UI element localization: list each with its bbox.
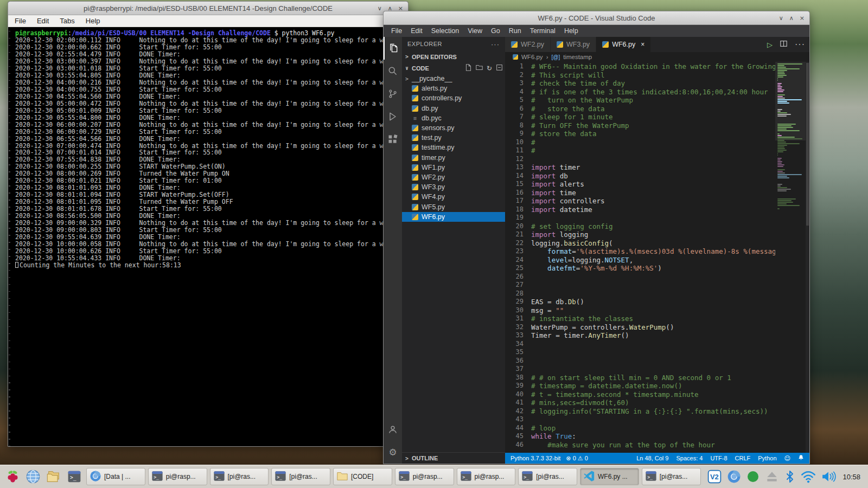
vscode-menu-edit[interactable]: Edit: [406, 27, 427, 35]
bluetooth-tray-icon[interactable]: [784, 470, 795, 483]
vscode-menu-go[interactable]: Go: [487, 27, 505, 35]
line-number: 7: [505, 113, 524, 121]
task-button-terminal[interactable]: >_[pi@ras...: [271, 468, 330, 485]
tab-wf3.py[interactable]: WF3.py: [551, 37, 596, 52]
vscode-shade-button[interactable]: ∨: [779, 15, 783, 22]
code-folder-section[interactable]: ∨ CODE ↻: [402, 62, 505, 74]
status-green-tray-icon[interactable]: [746, 470, 760, 483]
terminal-menu-file[interactable]: File: [15, 17, 26, 25]
file-item-wf3-py[interactable]: WF3.py: [402, 182, 505, 192]
file-name: alerts.py: [422, 85, 447, 92]
collapse-folders-icon[interactable]: [496, 64, 503, 72]
vscode-menu-file[interactable]: File: [387, 27, 406, 35]
file-manager-launcher[interactable]: [44, 467, 63, 486]
file-item-db-py[interactable]: db.py: [402, 104, 505, 113]
volume-tray-icon[interactable]: [821, 470, 837, 483]
wifi-tray-icon[interactable]: [801, 470, 816, 483]
new-folder-icon[interactable]: [476, 64, 483, 72]
tab-close-icon[interactable]: ×: [641, 41, 644, 48]
split-editor-icon[interactable]: [780, 40, 787, 49]
explorer-icon[interactable]: [384, 37, 402, 60]
minimap-slider[interactable]: [775, 62, 806, 140]
chromium-tray-icon[interactable]: [727, 470, 741, 484]
task-button-vscode[interactable]: WF6.py ...: [580, 468, 639, 485]
vscode-menu-help[interactable]: Help: [560, 27, 583, 35]
more-actions-icon[interactable]: ···: [795, 40, 805, 49]
eject-tray-icon[interactable]: [765, 470, 779, 484]
vscode-titlebar[interactable]: WF6.py - CODE - Visual Studio Code ∨∧×: [384, 11, 809, 25]
terminal-launcher[interactable]: >_: [65, 467, 84, 486]
code-editor[interactable]: 1234567891011121314151617181920212223242…: [505, 62, 809, 453]
indentation[interactable]: Spaces: 4: [676, 455, 703, 461]
refresh-icon[interactable]: ↻: [487, 65, 492, 72]
extensions-icon[interactable]: [384, 128, 402, 151]
terminal-menu-help[interactable]: Help: [86, 17, 100, 25]
file-item-wf4-py[interactable]: WF4.py: [402, 192, 505, 202]
terminal-log-line: 2020-12-30 06:00:00.207 INFO Nothing to …: [15, 121, 408, 129]
problems-indicator[interactable]: ⊗ 0 ⚠ 0: [566, 455, 588, 462]
taskbar-clock[interactable]: 10:58: [843, 473, 860, 481]
task-button-terminal[interactable]: >_[pi@ras...: [642, 468, 701, 485]
terminal-menu-edit[interactable]: Edit: [37, 17, 49, 25]
vscode-menu-view[interactable]: View: [463, 27, 487, 35]
file-item-wf5-py[interactable]: WF5.py: [402, 202, 505, 211]
minimap-line: [777, 190, 787, 191]
terminal-menu-tabs[interactable]: Tabs: [60, 17, 74, 25]
terminal-shade-button[interactable]: ∨: [378, 5, 382, 12]
file-item-controllers-py[interactable]: controllers.py: [402, 93, 505, 103]
file-item-sensors-py[interactable]: sensors.py: [402, 123, 505, 133]
line-number: 25: [505, 264, 524, 273]
run-debug-icon[interactable]: [384, 105, 402, 128]
file-item-db-pyc[interactable]: ≡db.pyc: [402, 113, 505, 123]
task-button-terminal[interactable]: >_[pi@ras...: [210, 468, 269, 485]
web-browser-launcher[interactable]: [24, 467, 42, 486]
terminal-output[interactable]: pi@raspberrypi:/media/pi/ESD-USB/00 ELEM…: [8, 28, 408, 446]
eol-sequence[interactable]: CRLF: [735, 455, 751, 461]
editor-scrollbar[interactable]: [806, 62, 809, 453]
file-name: __pycache__: [412, 75, 452, 82]
notifications-bell-icon[interactable]: [798, 454, 804, 462]
file-item-alerts-py[interactable]: alerts.py: [402, 84, 505, 93]
source-control-icon[interactable]: [384, 82, 402, 105]
task-button-terminal[interactable]: >_pi@rasp...: [395, 468, 454, 485]
task-button-terminal[interactable]: >_pi@rasp...: [457, 468, 516, 485]
file-item-wf1-py[interactable]: WF1.py: [402, 163, 505, 172]
language-mode[interactable]: Python: [758, 455, 776, 461]
task-button-terminal[interactable]: >_pi@rasp...: [148, 468, 207, 485]
cursor-position[interactable]: Ln 48, Col 9: [636, 455, 668, 461]
tab-wf6.py[interactable]: WF6.py×: [596, 37, 651, 52]
open-editors-section[interactable]: > OPEN EDITORS: [402, 51, 505, 62]
file-item-timer-py[interactable]: timer.py: [402, 153, 505, 163]
vscode-menu-selection[interactable]: Selection: [427, 27, 463, 35]
task-button-terminal[interactable]: >_[pi@ras...: [518, 468, 577, 485]
encoding[interactable]: UTF-8: [710, 455, 727, 461]
outline-section[interactable]: > OUTLINE: [402, 452, 505, 464]
terminal-titlebar[interactable]: pi@raspberrypi: /media/pi/ESD-USB/00 ELE…: [8, 2, 408, 15]
account-icon[interactable]: [384, 418, 402, 441]
vnc-tray-icon[interactable]: V2: [707, 470, 722, 484]
task-button-chromium[interactable]: [Data | ...: [86, 468, 145, 485]
file-item-testtime-py[interactable]: testtime.py: [402, 143, 505, 152]
file-item-test-py[interactable]: test.py: [402, 133, 505, 143]
file-item-wf2-py[interactable]: WF2.py: [402, 172, 505, 182]
run-python-file-icon[interactable]: ▷: [767, 41, 773, 49]
search-icon[interactable]: [384, 60, 402, 82]
explorer-more-icon[interactable]: ···: [491, 40, 500, 48]
vscode-menu-run[interactable]: Run: [505, 27, 526, 35]
file-item---pycache--[interactable]: >__pycache__: [402, 74, 505, 84]
python-interpreter[interactable]: Python 3.7.3 32-bit: [510, 455, 560, 461]
minimap-line: [777, 138, 802, 139]
settings-icon[interactable]: ⚙: [384, 441, 402, 464]
minimap[interactable]: [775, 62, 806, 453]
minimap-line: [777, 172, 785, 174]
vscode-close-button[interactable]: ×: [800, 15, 805, 22]
vscode-menu-terminal[interactable]: Terminal: [526, 27, 560, 35]
file-item-wf6-py[interactable]: WF6.py: [402, 212, 505, 222]
breadcrumb[interactable]: WF6.py › [@] timestamp: [505, 52, 809, 62]
task-button-folder[interactable]: [CODE]: [333, 468, 392, 485]
tab-wf2.py[interactable]: WF2.py: [505, 37, 551, 52]
new-file-icon[interactable]: [465, 64, 472, 72]
feedback-icon[interactable]: ☺: [784, 455, 790, 462]
app-menu-launcher[interactable]: [3, 467, 22, 486]
vscode-maximize-button[interactable]: ∧: [789, 15, 794, 22]
